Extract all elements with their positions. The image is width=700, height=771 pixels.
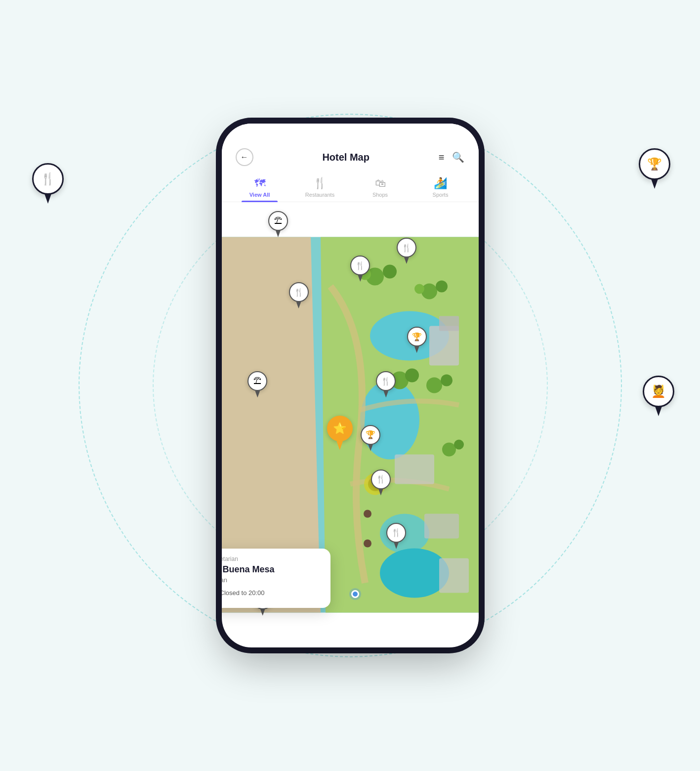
- svg-rect-21: [424, 514, 459, 539]
- card-location: Japan: [222, 576, 323, 584]
- tab-shops-icon: 🛍: [375, 177, 386, 190]
- pin-body-spa: 💆: [643, 376, 674, 407]
- map-pin-restaurant2[interactable]: 🍴: [350, 256, 370, 282]
- map-pin-restaurant1-tail: [296, 301, 301, 308]
- tab-restaurants[interactable]: 🍴 Restaurants: [290, 172, 350, 202]
- floating-pin-trophy: 🏆: [639, 148, 670, 189]
- card-content: Vegetarian La Buena Mesa Japan ⏱ Closed …: [222, 549, 330, 608]
- pin-tail-trophy: [651, 179, 658, 189]
- map-pin-trophy2-tail: [368, 444, 373, 451]
- pin-tail-restaurant: [44, 194, 51, 204]
- svg-point-9: [436, 281, 448, 293]
- tab-view-all-icon: 🗺: [254, 177, 265, 190]
- phone-frame: ← Hotel Map ≡ 🔍 🗺 View All 🍴 Restaurants…: [222, 124, 479, 647]
- map-pin-restaurant6[interactable]: 🍴: [386, 523, 406, 549]
- tab-sports-label: Sports: [433, 192, 449, 198]
- back-button[interactable]: ←: [236, 148, 253, 166]
- svg-point-17: [454, 440, 464, 450]
- card-time: ⏱ Closed to 20:00: [222, 589, 323, 597]
- scene: 🍴 🏆 💆 ← Hotel Map ≡ 🔍 🗺 View All: [0, 0, 700, 771]
- floating-pin-restaurant: 🍴: [32, 163, 64, 204]
- tab-sports[interactable]: 🏄 Sports: [411, 172, 471, 202]
- map-area[interactable]: ⛱ 🍴 🍴 🍴 ⛱ 🏆: [222, 202, 479, 647]
- map-pin-restaurant3-body: 🍴: [397, 238, 416, 257]
- map-pin-restaurant1[interactable]: 🍴: [289, 282, 309, 308]
- card-name: La Buena Mesa: [222, 564, 323, 575]
- pin-body-restaurant: 🍴: [32, 163, 64, 195]
- svg-point-15: [441, 375, 453, 386]
- map-pin-restaurant3[interactable]: 🍴: [397, 238, 416, 264]
- map-pin-selected-tail: [336, 441, 343, 450]
- map-pin-restaurant6-tail: [394, 542, 399, 549]
- list-icon[interactable]: ≡: [439, 152, 445, 163]
- svg-rect-19: [439, 316, 459, 331]
- map-pin-restaurant5-tail: [378, 489, 383, 496]
- map-pin-beach2[interactable]: ⛱: [247, 371, 267, 397]
- svg-point-24: [364, 540, 371, 548]
- map-pin-restaurant5[interactable]: 🍴: [371, 470, 391, 496]
- tab-view-all-label: View All: [249, 192, 270, 198]
- svg-point-16: [442, 443, 456, 457]
- floating-pin-spa: 💆: [643, 376, 674, 416]
- tab-restaurants-label: Restaurants: [305, 192, 334, 198]
- svg-point-23: [364, 510, 371, 518]
- card-category: Vegetarian: [222, 556, 323, 562]
- closed-time: Closed to 20:00: [222, 589, 265, 597]
- svg-rect-22: [439, 558, 469, 593]
- map-pin-restaurant1-body: 🍴: [289, 282, 309, 302]
- map-pin-selected-body: ⭐: [327, 416, 353, 441]
- map-pin-trophy2[interactable]: 🏆: [361, 425, 380, 451]
- tab-sports-icon: 🏄: [434, 177, 447, 190]
- map-pin-restaurant2-tail: [358, 275, 363, 282]
- tab-shops-label: Shops: [372, 192, 388, 198]
- svg-point-14: [426, 378, 442, 393]
- map-pin-restaurant3-tail: [404, 257, 409, 264]
- map-pin-beach2-body: ⛱: [247, 371, 267, 391]
- map-pin-restaurant2-body: 🍴: [350, 256, 370, 275]
- map-pin-trophy2-body: 🏆: [361, 425, 380, 445]
- header-icons: ≡ 🔍: [439, 151, 465, 163]
- map-pin-restaurant4-tail: [383, 390, 388, 397]
- svg-point-8: [421, 284, 437, 300]
- tab-bar: 🗺 View All 🍴 Restaurants 🛍 Shops 🏄 Sport…: [222, 172, 479, 202]
- map-pin-trophy1-body: 🏆: [407, 327, 427, 346]
- map-pin-restaurant4[interactable]: 🍴: [376, 371, 396, 397]
- info-card[interactable]: Open Vegetarian La Buena Mesa Japan ⏱ Cl…: [222, 549, 330, 608]
- map-pin-restaurant4-body: 🍴: [376, 371, 396, 391]
- map-pin-beach3-tail: [260, 609, 265, 616]
- svg-point-6: [383, 265, 397, 279]
- tab-shops[interactable]: 🛍 Shops: [350, 172, 411, 202]
- map-pin-selected[interactable]: ⭐: [327, 416, 353, 450]
- svg-point-12: [405, 369, 419, 383]
- map-pin-beach1[interactable]: ⛱: [268, 211, 288, 237]
- svg-rect-20: [395, 455, 434, 484]
- map-pin-beach2-tail: [255, 390, 260, 397]
- map-pin-restaurant6-body: 🍴: [386, 523, 406, 543]
- svg-point-10: [414, 284, 424, 294]
- map-pin-trophy1-tail: [414, 346, 419, 353]
- phone-header: ← Hotel Map ≡ 🔍: [222, 124, 479, 172]
- map-pin-restaurant5-body: 🍴: [371, 470, 391, 489]
- svg-point-4: [380, 549, 449, 598]
- map-pin-beach1-tail: [276, 230, 281, 237]
- pin-body-trophy: 🏆: [639, 148, 670, 180]
- tab-view-all[interactable]: 🗺 View All: [230, 172, 290, 202]
- search-icon[interactable]: 🔍: [452, 151, 464, 163]
- tab-restaurants-icon: 🍴: [313, 177, 327, 190]
- svg-rect-18: [429, 326, 459, 366]
- pin-tail-spa: [655, 406, 662, 416]
- map-pin-trophy1[interactable]: 🏆: [407, 327, 427, 353]
- app-title: Hotel Map: [322, 152, 370, 163]
- map-pin-beach1-body: ⛱: [268, 211, 288, 231]
